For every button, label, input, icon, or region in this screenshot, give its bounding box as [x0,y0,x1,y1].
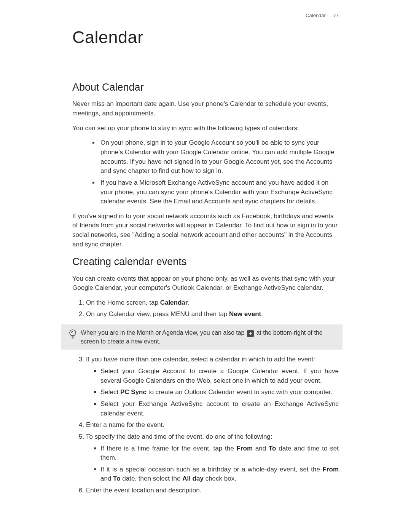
running-header: Calendar 77 [306,12,339,19]
s5s2g: check box. [204,475,236,482]
tip-box: When you are in the Month or Agenda view… [61,324,342,350]
step-1-text-post: . [188,299,190,306]
svg-point-0 [70,330,76,336]
s5s2d: To [113,475,121,482]
about-paragraph-1: Never miss an important date again. Use … [72,99,339,118]
step-3-intro: If you have more than one calendar, sele… [86,356,315,363]
plus-icon: + [247,330,254,337]
creating-steps: On the Home screen, tap Calendar. On any… [72,298,339,319]
s5s1c: and [253,445,269,452]
section-about-title: About Calendar [72,80,339,95]
s5s2e: date, then select the [121,475,183,482]
svg-rect-1 [72,337,74,337]
s5s1b: From [237,445,253,452]
step-2: On any Calendar view, press MENU and the… [86,310,339,319]
step-3-sublist: Select your Google Account to create a G… [86,367,339,418]
step-1: On the Home screen, tap Calendar. [86,298,339,308]
step-3-sub-2-bold: PC Sync [120,388,147,396]
step-3: If you have more than one calendar, sele… [86,355,339,418]
s5s1d: To [269,445,276,452]
chapter-title: Calendar [72,25,339,50]
section-creating-title: Creating calendar events [72,254,339,269]
step-3-sub-2-post: to create an Outlook Calendar event to s… [147,388,333,396]
lightbulb-icon [68,329,77,340]
s5s2f: All day [182,475,204,482]
step-3-sub-2: Select PC Sync to create an Outlook Cale… [100,388,339,397]
tip-text: When you are in the Month or Agenda view… [81,328,339,346]
creating-steps-continued: If you have more than one calendar, sele… [72,355,339,495]
tip-text-pre: When you are in the Month or Agenda view… [81,329,246,336]
s5s1a: If there is a time frame for the event, … [100,445,237,452]
page: Calendar 77 Calendar About Calendar Neve… [0,0,411,532]
creating-intro: You can create events that appear on you… [72,274,339,293]
step-5-sub-2: If it is a special occasion such as a bi… [100,465,339,484]
s5s2b: From [323,466,339,473]
step-3-sub-1: Select your Google Account to create a G… [100,367,339,385]
header-section: Calendar [306,13,326,18]
about-bullet-2: If you have a Microsoft Exchange ActiveS… [99,178,339,206]
step-5-intro: To specify the date and time of the even… [86,433,272,440]
step-5-sublist: If there is a time frame for the event, … [86,444,339,484]
step-2-text-pre: On any Calendar view, press MENU and the… [86,310,229,318]
svg-rect-3 [72,339,73,339]
svg-rect-2 [72,337,74,338]
s5s2a: If it is a special occasion such as a bi… [100,466,323,473]
header-page-number: 77 [333,13,339,18]
step-1-text-pre: On the Home screen, tap [86,299,160,306]
step-3-sub-2-pre: Select [100,388,120,396]
about-paragraph-3: If you've signed in to your social netwo… [72,212,339,249]
step-4: Enter a name for the event. [86,420,339,430]
s5s2c: and [100,475,113,482]
step-2-text-post: . [261,310,263,318]
step-2-bold: New event [229,310,261,318]
step-5: To specify the date and time of the even… [86,432,339,484]
about-bullet-list: On your phone, sign in to your Google Ac… [72,138,339,206]
step-1-bold: Calendar [160,299,188,306]
about-paragraph-2: You can set up your phone to stay in syn… [72,124,339,133]
step-6: Enter the event location and description… [86,486,339,495]
tip-icon-cell [65,328,81,340]
step-5-sub-1: If there is a time frame for the event, … [100,444,339,463]
step-3-sub-3: Select your Exchange ActiveSync account … [100,399,339,418]
about-bullet-1: On your phone, sign in to your Google Ac… [99,138,339,176]
